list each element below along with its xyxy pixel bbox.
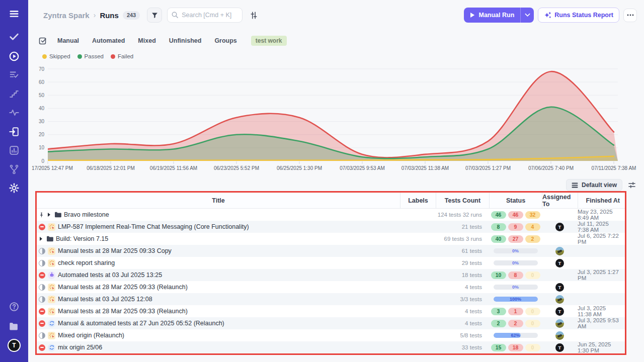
assignee-avatar: [555, 247, 564, 255]
run-title[interactable]: Mixed origin (Relaunch): [58, 332, 124, 339]
runs-status-report-label: Runs Status Report: [554, 12, 613, 19]
column-header-status[interactable]: Status: [489, 193, 542, 208]
select-runs-button[interactable]: [38, 36, 47, 45]
sidebar-steps-icon[interactable]: [9, 88, 20, 100]
sidebar-menu-icon[interactable]: [9, 9, 20, 20]
assigned-to-cell: [542, 269, 578, 281]
runs-status-report-button[interactable]: Runs Status Report: [538, 8, 619, 23]
passed-count-badge: 40: [491, 235, 506, 243]
sidebar-user-avatar[interactable]: T: [8, 339, 21, 352]
manual-run-button[interactable]: Manual Run: [464, 12, 520, 19]
assignee-avatar: [555, 295, 564, 304]
table-row[interactable]: Automated tests at 03 Jul 2025 13:25 18 …: [37, 269, 625, 281]
column-header-finished-at[interactable]: Finished At: [578, 193, 625, 208]
labels-cell: [400, 257, 436, 269]
run-title[interactable]: Manual tests at 28 Mar 2025 09:33 Copy: [58, 247, 172, 254]
run-title[interactable]: LMP-587 Implement Real-Time Chat Messagi…: [58, 223, 249, 230]
title-cell: Bravo milestone: [37, 209, 400, 221]
sidebar-play-circle-icon[interactable]: [9, 51, 20, 62]
run-title[interactable]: check report sharing: [58, 259, 115, 266]
tab-automated[interactable]: Automated: [92, 37, 125, 44]
status-cell: 0%: [489, 245, 542, 257]
table-row[interactable]: Manual & automated tests at 27 Jun 2025 …: [37, 317, 625, 329]
progress-label: 0%: [494, 260, 538, 265]
passed-count-badge: 10: [491, 272, 506, 279]
table-row[interactable]: Bravo milestone 124 tests 32 runs 464632…: [37, 209, 625, 221]
run-title[interactable]: Manual tests at 28 Mar 2025 09:33 (Relau…: [58, 308, 188, 315]
column-header-title[interactable]: Title: [37, 193, 400, 208]
sidebar-check-icon[interactable]: [9, 31, 20, 42]
view-list-icon: [572, 183, 578, 188]
expand-caret-icon[interactable]: [48, 213, 50, 217]
run-title[interactable]: Automated tests at 03 Jul 2025 13:25: [58, 272, 162, 279]
sidebar-pulse-icon[interactable]: [9, 107, 20, 118]
run-title[interactable]: Build: Version 7.15: [56, 235, 108, 242]
column-header-labels[interactable]: Labels: [400, 193, 436, 208]
table-row[interactable]: check report sharing 29 tests 0% T: [37, 257, 625, 269]
sidebar-list-check-icon[interactable]: [9, 69, 20, 80]
search-settings-button[interactable]: [250, 11, 258, 20]
legend-item-skipped: Skipped: [42, 53, 70, 59]
tests-count-cell: 3/3 tests: [436, 293, 489, 305]
manual-run-dropdown-button[interactable]: [521, 13, 534, 17]
column-settings-button[interactable]: [628, 182, 636, 189]
assigned-to-cell: T: [542, 221, 578, 233]
tab-manual[interactable]: Manual: [57, 37, 79, 44]
tab-groups[interactable]: Groups: [214, 37, 236, 44]
stopped-status-icon: [39, 320, 45, 327]
svg-text:07/06/2025 7:40 PM: 07/06/2025 7:40 PM: [528, 165, 574, 171]
sidebar-bar-chart-icon[interactable]: [9, 145, 20, 156]
status-cell: 220: [489, 317, 542, 329]
tests-count-cell: 5/8 tests: [436, 329, 489, 341]
run-title[interactable]: Manual tests at 03 Jul 2025 12:08: [58, 296, 152, 303]
column-header-tests-count[interactable]: Tests Count: [436, 193, 489, 208]
table-row[interactable]: Manual tests at 03 Jul 2025 12:08 3/3 te…: [37, 293, 625, 305]
labels-cell: [400, 329, 436, 341]
assignee-avatar: T: [555, 283, 564, 292]
breadcrumb-project[interactable]: Zyntra Spark: [43, 11, 90, 20]
assigned-to-cell: [542, 293, 578, 305]
table-row[interactable]: Mixed origin (Relaunch) 5/8 tests 62%: [37, 329, 625, 341]
table-row[interactable]: Manual tests at 28 Mar 2025 09:33 (Relau…: [37, 305, 625, 317]
skipped-count-badge: 0: [525, 272, 540, 279]
in-progress-status-icon: [39, 296, 45, 303]
run-title[interactable]: mix origin 25/06: [58, 344, 102, 351]
title-cell: Manual tests at 28 Mar 2025 09:33 (Relau…: [37, 305, 400, 317]
more-actions-button[interactable]: [623, 9, 637, 22]
stopped-status-icon: [39, 224, 45, 230]
table-row[interactable]: Manual tests at 28 Mar 2025 09:33 (Relau…: [37, 281, 625, 293]
title-cell: Manual tests at 28 Mar 2025 09:33 Copy: [37, 245, 400, 257]
sidebar-gear-icon[interactable]: [9, 183, 20, 194]
table-view-controls: Default view: [566, 179, 636, 191]
chevron-down-icon: [525, 13, 530, 17]
filter-button[interactable]: [147, 8, 162, 23]
pin-icon[interactable]: [39, 212, 44, 218]
sidebar-sign-in-icon[interactable]: [9, 126, 20, 137]
tab-mixed[interactable]: Mixed: [138, 37, 155, 44]
sidebar-branch-icon[interactable]: [9, 164, 20, 175]
table-row[interactable]: Build: Version 7.15 69 tests 3 runs 4027…: [37, 233, 625, 245]
run-title[interactable]: Bravo milestone: [64, 211, 109, 218]
tag-test-work[interactable]: test work: [251, 36, 287, 46]
runs-table-highlighted: TitleLabelsTests CountStatusAssigned ToF…: [35, 191, 626, 355]
table-row[interactable]: mix origin 25/06 33 tests 15180 T Jun 25…: [37, 341, 625, 353]
skipped-count-badge: 4: [525, 223, 540, 231]
table-row[interactable]: Manual tests at 28 Mar 2025 09:33 Copy 6…: [37, 245, 625, 257]
sidebar-folder-icon[interactable]: [9, 321, 20, 332]
default-view-button[interactable]: Default view: [566, 179, 622, 191]
svg-text:07/11/2025 7:38 AM: 07/11/2025 7:38 AM: [592, 165, 636, 171]
finished-at-cell: Jun 25, 2025 1:30 PM: [578, 341, 625, 353]
sidebar-help-icon[interactable]: [9, 301, 20, 312]
table-row[interactable]: LMP-587 Implement Real-Time Chat Messagi…: [37, 221, 625, 233]
tab-unfinished[interactable]: Unfinished: [169, 37, 202, 44]
title-cell: Manual & automated tests at 27 Jun 2025 …: [37, 317, 400, 329]
status-cell: 62%: [489, 329, 542, 341]
status-cell: 0%: [489, 281, 542, 293]
run-title[interactable]: Manual tests at 28 Mar 2025 09:33 (Relau…: [58, 284, 188, 291]
legend-dot: [111, 54, 115, 59]
expand-caret-icon[interactable]: [40, 237, 42, 241]
title-cell: check report sharing: [37, 257, 400, 269]
status-cell: 1080: [489, 269, 542, 281]
run-title[interactable]: Manual & automated tests at 27 Jun 2025 …: [58, 320, 224, 327]
column-header-assigned-to[interactable]: Assigned To: [542, 193, 578, 208]
